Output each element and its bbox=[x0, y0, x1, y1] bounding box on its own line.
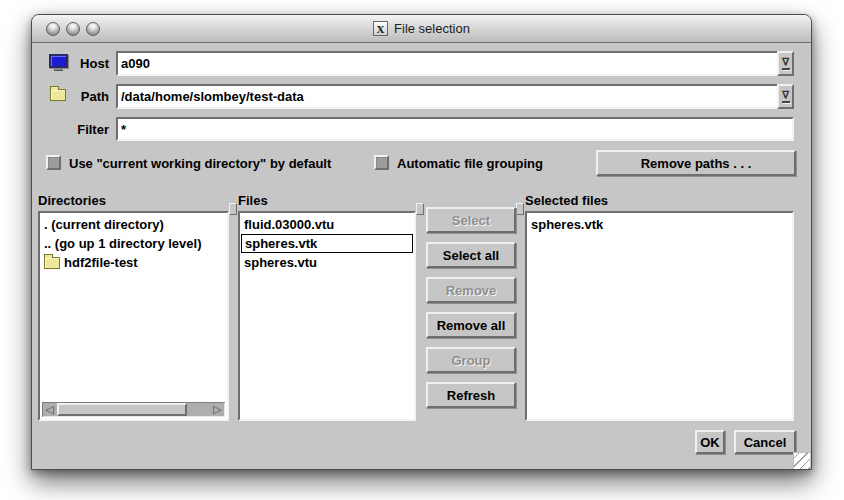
filter-input[interactable] bbox=[118, 119, 792, 139]
titlebar[interactable]: X File selection bbox=[32, 15, 811, 43]
directories-list[interactable]: . (current directory) .. (go up 1 direct… bbox=[38, 211, 229, 421]
file-item[interactable]: spheres.vtu bbox=[241, 253, 413, 272]
path-label: Path bbox=[32, 89, 109, 104]
zoom-button[interactable] bbox=[86, 22, 100, 36]
files-label: Files bbox=[238, 193, 268, 208]
directory-item[interactable]: hdf2file-test bbox=[41, 253, 226, 272]
ok-button[interactable]: OK bbox=[695, 430, 725, 454]
file-grouping-checkbox[interactable] bbox=[374, 155, 389, 170]
directory-item[interactable]: . (current directory) bbox=[41, 215, 226, 234]
select-button: Select bbox=[426, 207, 516, 233]
host-field-wrap: ∇ bbox=[116, 51, 794, 76]
path-field-wrap: ∇ bbox=[116, 84, 794, 109]
selected-file-item[interactable]: spheres.vtk bbox=[528, 215, 791, 234]
filter-field-wrap bbox=[116, 117, 794, 141]
traffic-lights bbox=[46, 22, 100, 36]
close-button[interactable] bbox=[46, 22, 60, 36]
splitter-handle[interactable] bbox=[229, 203, 237, 215]
combo-down-icon: ∇ bbox=[782, 57, 789, 66]
host-combo-button[interactable]: ∇ bbox=[777, 51, 794, 76]
folder-icon bbox=[44, 257, 60, 269]
directories-label: Directories bbox=[38, 193, 106, 208]
combo-down-icon: ∇ bbox=[782, 90, 789, 99]
cwd-checkbox[interactable] bbox=[46, 155, 61, 170]
file-item[interactable]: fluid.03000.vtu bbox=[241, 215, 413, 234]
splitter-handle[interactable] bbox=[416, 203, 424, 215]
window-title: File selection bbox=[394, 21, 470, 36]
path-input[interactable] bbox=[118, 86, 775, 107]
file-item-selected[interactable]: spheres.vtk bbox=[241, 234, 413, 253]
remove-button: Remove bbox=[426, 277, 516, 303]
select-all-button[interactable]: Select all bbox=[426, 242, 516, 268]
cancel-button[interactable]: Cancel bbox=[734, 430, 796, 454]
splitter-handle[interactable] bbox=[516, 203, 524, 215]
cwd-checkbox-label: Use "current working directory" by defau… bbox=[69, 156, 331, 171]
file-selection-window: X File selection Host ∇ Path ∇ Filter bbox=[31, 14, 812, 470]
path-combo-button[interactable]: ∇ bbox=[777, 84, 794, 109]
scroll-right-icon[interactable]: ▷ bbox=[210, 402, 225, 417]
scrollbar-thumb[interactable] bbox=[57, 403, 187, 416]
file-grouping-label: Automatic file grouping bbox=[397, 156, 543, 171]
directory-item[interactable]: .. (go up 1 directory level) bbox=[41, 234, 226, 253]
files-list[interactable]: fluid.03000.vtu spheres.vtk spheres.vtu bbox=[238, 211, 416, 421]
remove-all-button[interactable]: Remove all bbox=[426, 312, 516, 338]
resize-grip[interactable] bbox=[793, 452, 810, 469]
host-label: Host bbox=[32, 56, 109, 71]
filter-label: Filter bbox=[32, 122, 109, 137]
selected-files-list[interactable]: spheres.vtk bbox=[525, 211, 794, 421]
remove-paths-button[interactable]: Remove paths . . . bbox=[596, 150, 796, 176]
directories-horizontal-scrollbar[interactable]: ◁ ▷ bbox=[42, 402, 225, 417]
refresh-button[interactable]: Refresh bbox=[426, 382, 516, 408]
host-input[interactable] bbox=[118, 53, 775, 74]
x11-icon: X bbox=[373, 21, 388, 36]
group-button: Group bbox=[426, 347, 516, 373]
selected-files-label: Selected files bbox=[525, 193, 608, 208]
scroll-left-icon[interactable]: ◁ bbox=[42, 402, 57, 417]
minimize-button[interactable] bbox=[66, 22, 80, 36]
